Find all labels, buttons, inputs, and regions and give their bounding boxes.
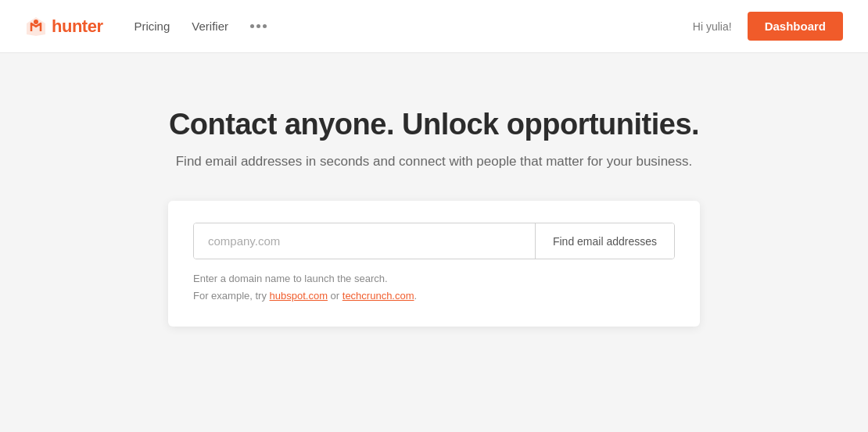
site-header: hunter Pricing Verifier Hi yulia! Dashbo… [0,0,868,53]
dot-1 [250,24,254,28]
main-nav: Pricing Verifier [134,20,267,33]
svg-point-1 [34,20,38,24]
hint-link-hubspot[interactable]: hubspot.com [270,290,328,302]
hint-link-techcrunch[interactable]: techcrunch.com [343,290,414,302]
search-hint: Enter a domain name to launch the search… [193,270,675,305]
dot-3 [263,24,267,28]
hint-suffix: . [414,290,418,302]
hero-title: Contact anyone. Unlock opportunities. [169,108,699,141]
search-input-row: Find email addresses [193,223,675,259]
greeting-text: Hi yulia! [693,20,732,33]
search-card: Find email addresses Enter a domain name… [168,201,700,327]
dot-2 [256,24,260,28]
more-menu-button[interactable] [250,24,267,28]
hint-prefix: For example, try [193,290,270,302]
hunter-logo-icon [25,16,47,37]
nav-verifier[interactable]: Verifier [192,20,228,33]
hero-subtitle: Find email addresses in seconds and conn… [176,154,693,170]
dashboard-button[interactable]: Dashboard [748,12,843,41]
hint-line1: Enter a domain name to launch the search… [193,270,675,287]
header-right: Hi yulia! Dashboard [693,12,843,41]
logo-text: hunter [52,16,102,37]
hint-or: or [328,290,343,302]
nav-pricing[interactable]: Pricing [134,20,170,33]
main-content: Contact anyone. Unlock opportunities. Fi… [0,53,868,358]
logo-link[interactable]: hunter [25,16,102,37]
find-email-button[interactable]: Find email addresses [536,223,674,259]
hint-line2: For example, try hubspot.com or techcrun… [193,287,675,305]
domain-input[interactable] [194,223,535,259]
